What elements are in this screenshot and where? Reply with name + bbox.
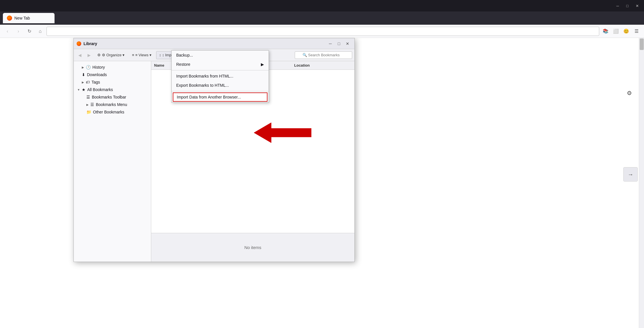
sidebar-item-label: History: [92, 65, 105, 70]
organize-button[interactable]: ⚙ ⚙ Organize ▾: [94, 51, 127, 59]
dialog-maximize-btn[interactable]: □: [335, 40, 343, 47]
annotation-arrow: [254, 121, 311, 145]
dialog-minimize-btn[interactable]: ─: [326, 40, 334, 47]
menu-separator-1: [172, 70, 269, 70]
library-icon-btn[interactable]: 📚: [601, 27, 610, 36]
dialog-firefox-icon: [77, 41, 81, 46]
organize-label: ⚙ Organize ▾: [102, 53, 125, 57]
import-backup-icon: ↕: [159, 53, 161, 57]
forward-arrow-button[interactable]: →: [623, 167, 638, 182]
all-bookmarks-icon: ★: [82, 87, 86, 92]
sidebar-item-tags[interactable]: ▶ 🏷 Tags: [74, 78, 151, 86]
chevron-right-icon: ▶: [82, 81, 84, 84]
search-bookmarks-input[interactable]: [295, 51, 352, 59]
column-location-header: Location: [294, 63, 352, 67]
reload-button[interactable]: ↻: [25, 27, 34, 36]
other-bookmarks-icon: 📁: [86, 110, 91, 114]
menu-item-restore[interactable]: Restore ▶: [172, 60, 269, 69]
sidebar-item-label: Downloads: [87, 72, 107, 77]
library-dialog: Library ─ □ ✕ ◀ ▶ ⚙ ⚙ Organize ▾ ≡ ≡ Vie…: [73, 38, 355, 262]
browser-toolbar: ‹ › ↻ ⌂ 📚 ⬜ 😊 ☰: [0, 25, 644, 38]
downloads-icon: ⬇: [82, 72, 85, 77]
dialog-title: Library: [84, 41, 324, 46]
back-button[interactable]: ‹: [3, 27, 12, 36]
chevron-right-icon: ▶: [82, 66, 84, 69]
forward-button[interactable]: ›: [14, 27, 23, 36]
dialog-sidebar: ▶ 🕐 History ⬇ Downloads ▶ 🏷 Tags: [74, 61, 151, 262]
firefox-logo-icon: [7, 16, 12, 21]
search-wrapper: 🔍: [295, 51, 352, 59]
gear-small-icon: ⚙: [97, 53, 101, 57]
no-items-label: No items: [244, 245, 261, 250]
scrollbar-thumb: [640, 38, 644, 50]
dialog-controls: ─ □ ✕: [326, 40, 352, 47]
dialog-titlebar: Library ─ □ ✕: [74, 38, 354, 49]
dialog-forward-btn[interactable]: ▶: [85, 51, 93, 59]
export-html-label: Export Bookmarks to HTML...: [176, 83, 229, 88]
submenu-arrow-icon: ▶: [261, 62, 264, 67]
history-icon: 🕐: [86, 65, 91, 70]
gear-icon[interactable]: ⚙: [627, 90, 632, 97]
chevron-right-icon: ▶: [86, 103, 89, 106]
address-bar[interactable]: [46, 27, 599, 36]
sidebar-item-all-bookmarks[interactable]: ▼ ★ All Bookmarks: [74, 86, 151, 93]
import-backup-dropdown: Backup... Restore ▶ Import Bookmarks fro…: [171, 50, 269, 103]
browser-content: ⚙ → Library ─ □ ✕ ◀ ▶: [0, 38, 644, 328]
minimize-button[interactable]: ─: [614, 3, 622, 9]
dialog-close-btn[interactable]: ✕: [344, 40, 352, 47]
tab-bar: New Tab: [0, 11, 644, 25]
toolbar-icons: 📚 ⬜ 😊 ☰: [601, 27, 641, 36]
sidebar-item-history[interactable]: ▶ 🕐 History: [74, 63, 151, 71]
close-button[interactable]: ✕: [633, 3, 641, 9]
tab-new-tab[interactable]: New Tab: [3, 13, 55, 23]
views-label: ≡ Views ▾: [135, 53, 152, 57]
sidebar-item-other-bookmarks[interactable]: 📁 Other Bookmarks: [74, 108, 151, 116]
views-button[interactable]: ≡ ≡ Views ▾: [129, 51, 154, 59]
bookmarks-menu-icon: ☰: [90, 102, 94, 107]
dialog-footer: No items: [151, 233, 354, 262]
sidebar-toggle-btn[interactable]: ⬜: [611, 27, 620, 36]
menu-button[interactable]: ☰: [632, 27, 641, 36]
dialog-back-btn[interactable]: ◀: [76, 51, 84, 59]
sidebar-item-label: Other Bookmarks: [93, 110, 124, 114]
menu-item-import-html[interactable]: Import Bookmarks from HTML...: [172, 72, 269, 81]
profile-icon-btn[interactable]: 😊: [622, 27, 631, 36]
sidebar-item-bookmarks-toolbar[interactable]: ☰ Bookmarks Toolbar: [74, 93, 151, 101]
chevron-down-icon: ▼: [77, 88, 80, 91]
sidebar-item-label: Bookmarks Toolbar: [92, 95, 126, 99]
tags-icon: 🏷: [86, 80, 90, 84]
bookmarks-toolbar-icon: ☰: [86, 95, 90, 99]
sidebar-item-label: All Bookmarks: [87, 87, 113, 92]
browser-titlebar: ─ □ ✕: [0, 0, 644, 11]
views-icon: ≡: [132, 53, 134, 57]
sidebar-item-label: Tags: [92, 80, 100, 84]
home-button[interactable]: ⌂: [36, 27, 45, 36]
menu-item-backup[interactable]: Backup...: [172, 51, 269, 60]
menu-item-export-html[interactable]: Export Bookmarks to HTML...: [172, 81, 269, 90]
sidebar-item-label: Bookmarks Menu: [96, 102, 127, 107]
maximize-button[interactable]: □: [623, 3, 631, 9]
menu-item-import-browser[interactable]: Import Data from Another Browser...: [173, 92, 267, 102]
import-browser-label: Import Data from Another Browser...: [177, 95, 241, 99]
tab-label: New Tab: [14, 16, 30, 20]
sidebar-item-bookmarks-menu[interactable]: ▶ ☰ Bookmarks Menu: [74, 101, 151, 108]
sidebar-item-downloads[interactable]: ⬇ Downloads: [74, 71, 151, 78]
browser-window: ─ □ ✕ New Tab ‹ › ↻ ⌂ 📚 ⬜ 😊 ☰ ⚙ →: [0, 0, 644, 328]
scrollbar[interactable]: [639, 38, 644, 328]
svg-marker-0: [254, 123, 311, 143]
backup-label: Backup...: [176, 53, 193, 57]
import-html-label: Import Bookmarks from HTML...: [176, 74, 233, 78]
restore-label: Restore: [176, 62, 190, 67]
menu-separator-2: [172, 91, 269, 91]
